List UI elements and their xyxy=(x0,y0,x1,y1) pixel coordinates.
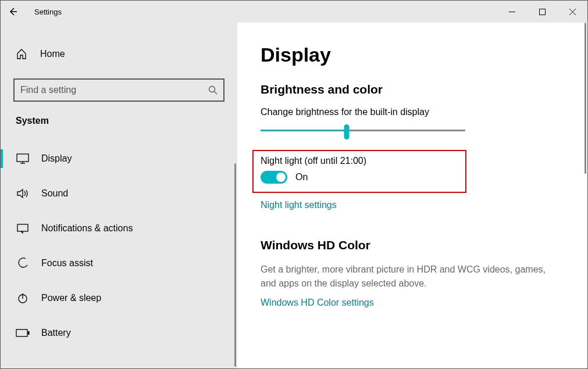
nav-item-label: Sound xyxy=(41,188,68,199)
nav-item-notifications[interactable]: Notifications & actions xyxy=(1,211,237,246)
focus-assist-icon xyxy=(16,257,30,270)
minimize-icon xyxy=(509,9,515,15)
nav-item-battery[interactable]: Battery xyxy=(1,316,237,350)
battery-icon xyxy=(16,329,30,337)
nav-item-sound[interactable]: Sound xyxy=(1,176,237,211)
nav-item-label: Power & sleep xyxy=(41,293,101,303)
svg-rect-2 xyxy=(539,9,545,15)
window-controls xyxy=(497,1,587,23)
brightness-slider-label: Change brightness for the built-in displ… xyxy=(261,107,564,117)
svg-rect-7 xyxy=(17,154,28,162)
close-button[interactable] xyxy=(557,1,587,23)
night-light-highlight: Night light (off until 21:00) On xyxy=(252,150,466,193)
nav-item-label: Focus assist xyxy=(41,258,93,268)
svg-rect-13 xyxy=(16,329,27,336)
back-button[interactable] xyxy=(1,1,25,23)
minimize-button[interactable] xyxy=(497,1,527,23)
brightness-slider[interactable] xyxy=(261,123,465,139)
maximize-icon xyxy=(539,9,546,15)
nav-item-label: Battery xyxy=(41,328,71,338)
window-title: Settings xyxy=(34,8,62,16)
nav-item-label: Display xyxy=(41,153,72,164)
section-brightness-heading: Brightness and color xyxy=(261,83,564,96)
slider-fill xyxy=(261,130,347,131)
search-box[interactable] xyxy=(13,78,224,102)
svg-line-6 xyxy=(215,92,218,95)
page-title: Display xyxy=(261,44,564,66)
titlebar: Settings xyxy=(1,1,587,23)
nav-item-label: Notifications & actions xyxy=(41,223,133,234)
home-button[interactable]: Home xyxy=(1,40,237,68)
content-scrollbar[interactable] xyxy=(585,23,586,174)
nav-item-focus-assist[interactable]: Focus assist xyxy=(1,246,237,281)
nav-item-power-sleep[interactable]: Power & sleep xyxy=(1,281,237,316)
notifications-icon xyxy=(16,223,30,234)
content-pane: Display Brightness and color Change brig… xyxy=(237,23,587,368)
toggle-knob xyxy=(276,173,286,182)
sidebar: Home System Display Sound xyxy=(1,23,237,368)
night-light-settings-link[interactable]: Night light settings xyxy=(261,200,564,210)
maximize-button[interactable] xyxy=(527,1,557,23)
display-icon xyxy=(16,153,30,164)
sidebar-scrollbar[interactable] xyxy=(234,163,236,367)
slider-thumb[interactable] xyxy=(344,124,349,139)
category-label: System xyxy=(1,102,237,130)
night-light-toggle[interactable] xyxy=(261,171,287,184)
search-input[interactable] xyxy=(20,85,208,95)
power-icon xyxy=(16,292,30,304)
back-arrow-icon xyxy=(8,7,17,16)
svg-rect-14 xyxy=(28,331,30,335)
nav-list: Display Sound Notifications & actions Fo… xyxy=(1,141,237,350)
hdcolor-settings-link[interactable]: Windows HD Color settings xyxy=(261,298,564,308)
svg-rect-10 xyxy=(17,224,28,231)
search-icon xyxy=(208,85,218,95)
hdcolor-description: Get a brighter, more vibrant picture in … xyxy=(261,263,563,291)
nav-item-display[interactable]: Display xyxy=(1,141,237,176)
section-hdcolor-heading: Windows HD Color xyxy=(261,238,564,252)
home-icon xyxy=(16,48,27,60)
home-label: Home xyxy=(40,49,65,59)
svg-point-5 xyxy=(209,87,215,92)
toggle-state-label: On xyxy=(295,172,308,182)
close-icon xyxy=(569,9,576,15)
night-light-label: Night light (off until 21:00) xyxy=(261,156,458,166)
sound-icon xyxy=(16,188,30,199)
